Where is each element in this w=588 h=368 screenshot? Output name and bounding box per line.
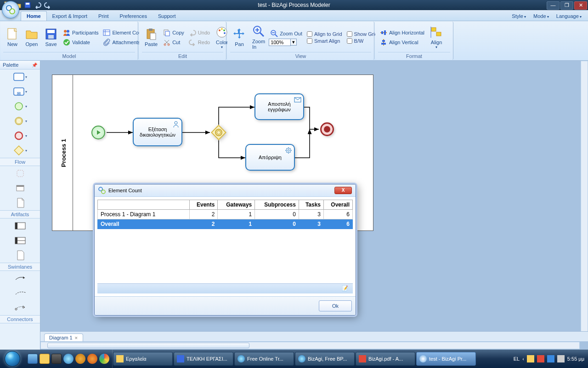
palette-data-object[interactable] bbox=[0, 166, 40, 181]
qat-redo-icon[interactable] bbox=[44, 1, 51, 9]
align-vertical-button[interactable]: Align Vertical bbox=[378, 38, 426, 47]
align-button[interactable]: Align▾ bbox=[427, 25, 446, 50]
end-event[interactable] bbox=[320, 122, 334, 136]
tab-support[interactable]: Support bbox=[153, 12, 181, 21]
ql-media-icon[interactable] bbox=[75, 354, 85, 364]
tab-preferences[interactable]: Preferences bbox=[114, 12, 153, 21]
taskbar-item-3[interactable]: Free Online Tr... bbox=[234, 352, 294, 366]
tray-icon-1[interactable] bbox=[527, 355, 534, 362]
start-button[interactable] bbox=[0, 350, 25, 368]
bw-check[interactable]: B/W bbox=[345, 38, 379, 44]
tab-export-import[interactable]: Export & Import bbox=[47, 12, 93, 21]
cut-button[interactable]: Cut bbox=[161, 38, 186, 47]
save-button[interactable]: Save bbox=[42, 27, 60, 48]
zoom-in-button[interactable]: Zoom In bbox=[249, 24, 268, 51]
palette-pool[interactable] bbox=[0, 218, 40, 233]
palette-lane[interactable] bbox=[0, 233, 40, 248]
tray-lang[interactable]: EL bbox=[514, 356, 520, 362]
svg-rect-12 bbox=[103, 30, 110, 35]
style-menu[interactable]: Style bbox=[509, 12, 529, 21]
palette-milestone[interactable] bbox=[0, 248, 40, 263]
svg-point-61 bbox=[15, 308, 17, 310]
palette-association[interactable] bbox=[0, 286, 40, 300]
tab-print[interactable]: Print bbox=[93, 12, 114, 21]
palette-start-event[interactable]: ▾ bbox=[0, 99, 40, 114]
notes-icon[interactable]: 📝 bbox=[342, 285, 349, 293]
taskbar-item-4[interactable]: BizAgi, Free BP... bbox=[295, 352, 355, 366]
language-menu[interactable]: Language bbox=[554, 12, 584, 21]
copy-button[interactable]: Copy bbox=[161, 28, 186, 37]
close-button[interactable]: ✕ bbox=[574, 1, 587, 10]
new-button[interactable]: New bbox=[3, 27, 22, 48]
pan-button[interactable]: Pan bbox=[230, 27, 249, 48]
palette-connectors-header: Connectors bbox=[0, 315, 40, 323]
open-button[interactable]: Open bbox=[23, 27, 41, 48]
tray-icon-2[interactable] bbox=[537, 355, 544, 362]
align-horizontal-button[interactable]: Align Horizontal bbox=[378, 28, 426, 37]
palette-sequence-flow[interactable] bbox=[0, 271, 40, 286]
vertical-scrollbar[interactable] bbox=[581, 61, 588, 341]
close-tab-icon[interactable]: ✕ bbox=[74, 336, 78, 340]
mode-menu[interactable]: Mode bbox=[531, 12, 552, 21]
qat-save-icon[interactable] bbox=[24, 1, 31, 9]
palette-annotation[interactable] bbox=[0, 196, 40, 210]
sheet-tab-diagram1[interactable]: Diagram 1✕ bbox=[44, 334, 83, 341]
quick-launch bbox=[25, 350, 113, 368]
dialog-close-button[interactable]: X bbox=[334, 187, 352, 194]
taskbar-item-6[interactable]: test - BizAgi Pr... bbox=[416, 352, 476, 366]
table-row-overall[interactable]: Overall2 10 36 bbox=[98, 219, 353, 229]
task-exetasi[interactable]: Εξέταση δικαιολογητικών bbox=[133, 118, 182, 146]
ql-firefox-icon[interactable] bbox=[87, 354, 97, 364]
zoom-out-button[interactable]: Zoom Out bbox=[269, 29, 304, 38]
taskbar-item-5[interactable]: BizAgi.pdf - A... bbox=[356, 352, 415, 366]
app-menu-button[interactable] bbox=[2, 1, 19, 18]
zoom-combo[interactable]: ▾ bbox=[269, 39, 304, 46]
taskbar-item-2[interactable]: ΤΕΛΙΚΗ ΕΡΓΑΣΙ... bbox=[174, 352, 233, 366]
redo-button[interactable]: Redo bbox=[187, 38, 212, 47]
palette-header: Palette📌 bbox=[0, 61, 40, 69]
ql-chrome-icon[interactable] bbox=[99, 354, 109, 364]
paste-button[interactable]: Paste bbox=[142, 27, 160, 48]
dialog-titlebar[interactable]: Element Count X bbox=[95, 184, 356, 197]
tray-network-icon[interactable] bbox=[547, 355, 554, 362]
palette-group[interactable] bbox=[0, 181, 40, 196]
ok-button[interactable]: Ok bbox=[319, 300, 352, 311]
pin-icon[interactable]: 📌 bbox=[32, 63, 37, 68]
maximize-button[interactable]: ❐ bbox=[560, 1, 573, 10]
table-row[interactable]: Process 1 - Diagram 12 10 36 bbox=[98, 210, 353, 219]
minimize-button[interactable]: — bbox=[547, 1, 560, 10]
palette-gateway[interactable]: ▾ bbox=[0, 143, 40, 158]
tray-volume-icon[interactable] bbox=[557, 355, 565, 362]
start-event[interactable] bbox=[91, 126, 105, 139]
palette-intermediate-event[interactable]: ▾ bbox=[0, 114, 40, 128]
ql-explorer-icon[interactable] bbox=[40, 354, 50, 364]
zoom-input[interactable] bbox=[269, 39, 291, 46]
undo-button[interactable]: Undo bbox=[187, 28, 212, 37]
palette-task[interactable]: ▾ bbox=[0, 69, 40, 84]
gateway-inclusive[interactable] bbox=[211, 125, 226, 140]
send-task-icon bbox=[294, 96, 301, 104]
palette-message-flow[interactable] bbox=[0, 300, 40, 315]
palette-subprocess[interactable]: ▾ bbox=[0, 84, 40, 99]
svg-point-23 bbox=[219, 29, 220, 31]
validate-button[interactable]: Validate bbox=[61, 38, 100, 47]
dialog-icon bbox=[98, 187, 106, 194]
align-to-grid-check[interactable]: Align to Grid bbox=[305, 31, 344, 37]
horizontal-scrollbar[interactable] bbox=[40, 342, 580, 349]
qat-undo-icon[interactable] bbox=[34, 1, 41, 9]
taskbar-item-1[interactable]: Εργαλεία bbox=[113, 352, 173, 366]
tray-expand-icon[interactable]: ‹ bbox=[522, 356, 524, 362]
group-model: New Open Save Participants Validate Elem… bbox=[0, 22, 138, 60]
show-grid-check[interactable]: Show Grid bbox=[345, 31, 379, 37]
ql-show-desktop-icon[interactable] bbox=[28, 354, 38, 364]
tray-clock[interactable]: 5:55 μμ bbox=[567, 356, 584, 362]
smart-align-check[interactable]: Smart Align bbox=[305, 38, 344, 44]
tab-home[interactable]: Home bbox=[21, 11, 47, 21]
task-apostoli[interactable]: Αποστολή εγγράφων bbox=[254, 93, 304, 120]
ql-ie-icon[interactable] bbox=[63, 354, 74, 364]
svg-rect-60 bbox=[15, 237, 17, 244]
participants-button[interactable]: Participants bbox=[61, 28, 100, 37]
palette-end-event[interactable]: ▾ bbox=[0, 128, 40, 143]
task-aporripsi[interactable]: Απόρριψη bbox=[245, 144, 295, 171]
ql-switch-icon[interactable] bbox=[51, 354, 62, 364]
